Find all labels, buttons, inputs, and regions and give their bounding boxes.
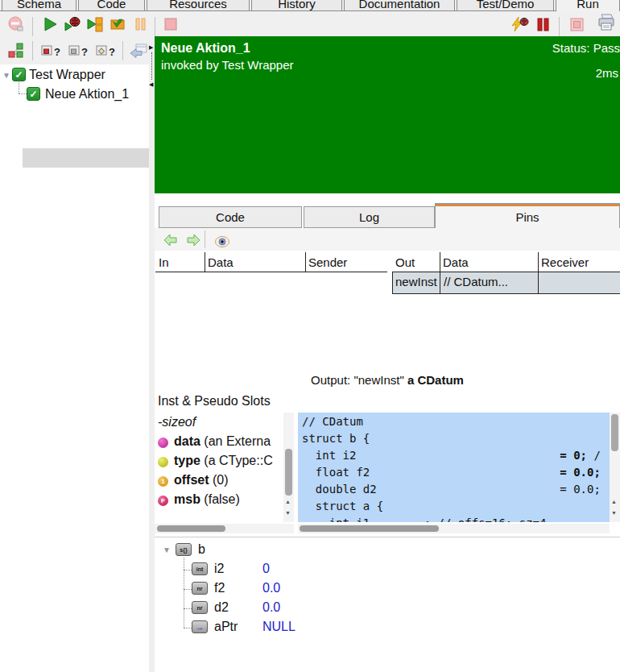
tab-run[interactable]: Run [556,0,620,11]
slots-panel: -sizeof data (an Externa type (a CType::… [155,413,294,533]
prev-pin-icon[interactable] [161,230,180,250]
next-pin-icon[interactable] [184,230,203,250]
tab-schema[interactable]: Schema [2,0,76,11]
out-table-row-newinst[interactable]: newInst // CDatum... [392,272,620,294]
slots-vscrollbar[interactable]: ▲ ▼ [283,413,294,522]
check-icon: ✓ [14,69,23,81]
query-gray-icon[interactable]: ? [68,41,90,60]
var-value[interactable]: 0.0 [262,600,280,615]
verify-mail-icon[interactable] [108,15,127,34]
expander-down-icon[interactable]: ▼ [2,72,10,80]
slots-hscrollbar[interactable] [155,524,294,533]
watch-eye-icon[interactable] [213,232,232,251]
splitter-handle[interactable] [151,52,152,80]
in-table-body[interactable] [155,272,387,364]
tab-test-demo[interactable]: Test/Demo [457,0,554,11]
tree-item-neue-aktion[interactable]: Neue Aktion_1 [45,87,129,102]
slot-item-sizeof[interactable]: -sizeof [158,415,196,429]
var-name[interactable]: i2 [214,562,224,576]
type-slot-icon [158,457,168,467]
child-checkbox[interactable]: ✓ [27,87,40,101]
pointer-type-icon: → [192,620,208,633]
in-table-header-sender: Sender [305,252,387,272]
slot-detail: (false) [200,492,240,506]
status-badge: Status: Pass [552,41,620,55]
output-line: Output: "newInst" a CDatum [155,373,620,387]
code-vscroll-thumb[interactable] [611,414,618,451]
tab-documentation[interactable]: Documentation [344,0,455,11]
out-cell-name: newInst [395,275,439,288]
slot-name: offset [174,473,209,487]
var-name[interactable]: f2 [214,581,225,595]
tree-selection-highlight [23,148,149,168]
var-value[interactable]: 0 [262,562,270,576]
slots-hscroll-thumb[interactable] [157,525,225,532]
panel-splitter[interactable]: ▶ ◀ [149,36,155,672]
app-window: Schema Code Resources History Documentat… [0,0,620,672]
check-icon: ✓ [29,89,37,100]
tab-code-view[interactable]: Code [159,206,302,228]
disable-icon[interactable] [6,15,26,34]
splitter-collapse-icon[interactable]: ◀ [149,81,153,87]
stop-icon[interactable] [161,15,180,34]
out-cell-data: // CDatum... [444,275,537,288]
splitter-expand-icon[interactable]: ▶ [149,44,153,50]
code-text: // CDatumstruct b { int i2 = 0; / float … [298,413,610,522]
scroll-down-icon[interactable]: ▼ [611,509,617,516]
flash-debug-icon[interactable] [510,15,530,34]
in-table-header-in: In [155,252,205,272]
status-panel: Neue Aktion_1 invoked by Test Wrapper St… [155,36,620,193]
slot-detail: (a CType::C [200,454,273,467]
status-duration: 2ms [596,66,618,80]
pause-icon[interactable] [130,15,150,34]
var-name[interactable]: aPtr [214,620,238,634]
tab-code[interactable]: Code [78,0,145,11]
print-icon[interactable] [596,13,615,32]
var-value[interactable]: 0.0 [262,581,280,595]
schema-blocks-icon[interactable] [6,41,26,60]
slots-panel-title: Inst & Pseudo Slots [158,394,271,409]
data-slot-icon [158,438,168,448]
tab-log-view[interactable]: Log [304,206,435,228]
slot-detail: (an Externa [200,434,271,448]
slots-vscroll-thumb[interactable] [285,449,292,496]
code-selection[interactable]: // CDatumstruct b { int i2 = 0; / float … [298,413,610,522]
in-table-header-data: Data [205,252,305,272]
slot-name: msb [174,492,200,506]
tab-resources[interactable]: Resources [147,0,250,11]
run-icon[interactable] [40,15,60,34]
debug-icon[interactable] [63,15,82,34]
code-hscroll-thumb[interactable] [300,525,439,532]
back-window-icon[interactable] [129,41,148,60]
pins-toolbar [155,228,620,251]
step-icon[interactable] [85,15,105,34]
root-checkbox[interactable]: ✓ [12,68,26,81]
var-value[interactable]: NULL [262,620,296,634]
int-type-icon: int [192,562,208,575]
code-vscrollbar[interactable]: ▲ ▼ [610,413,620,522]
out-table-header-receiver: Receiver [538,252,620,272]
tab-pins-view[interactable]: Pins [435,204,620,228]
status-title: Neue Aktion_1 [161,41,250,56]
toolbar-secondary: ? ? ? [0,36,155,64]
pause-active-icon[interactable] [533,15,552,34]
tab-history[interactable]: History [251,0,342,11]
svg-text:?: ? [109,46,115,58]
tree-item-test-wrapper[interactable]: Test Wrapper [29,68,105,82]
struct-type-icon: s{} [176,543,192,556]
var-root-name[interactable]: b [198,542,205,557]
query-diamond-icon[interactable]: ? [95,41,118,60]
stop-outline-icon[interactable] [567,15,586,34]
section-divider [155,537,620,537]
scroll-up-icon[interactable]: ▲ [611,498,617,505]
scroll-down-icon[interactable]: ▼ [285,509,291,516]
offset-slot-icon: 1 [158,476,168,487]
svg-text:?: ? [81,46,88,58]
number-type-icon: nr [192,582,208,595]
code-hscrollbar[interactable] [298,524,610,533]
expander-down-icon[interactable]: ▼ [163,546,171,554]
slot-detail: (0) [209,473,229,487]
scroll-up-icon[interactable]: ▲ [285,498,291,505]
query-red-icon[interactable]: ? [40,41,63,60]
var-name[interactable]: d2 [214,600,229,615]
